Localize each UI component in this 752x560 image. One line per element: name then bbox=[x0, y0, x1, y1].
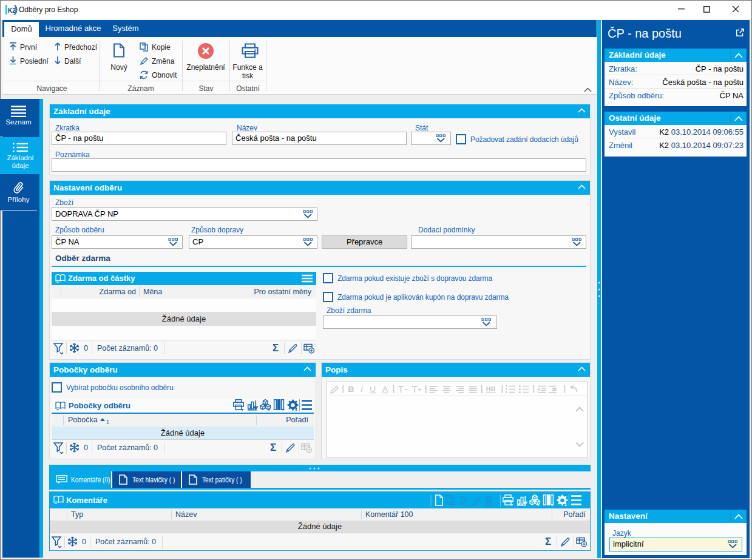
svg-text:I: I bbox=[361, 385, 363, 393]
svg-text:HR: HR bbox=[486, 386, 496, 393]
svg-text:K2: K2 bbox=[8, 7, 16, 14]
svg-text:B: B bbox=[348, 385, 354, 393]
svg-text:A: A bbox=[382, 385, 388, 393]
svg-text:U: U bbox=[370, 385, 376, 393]
